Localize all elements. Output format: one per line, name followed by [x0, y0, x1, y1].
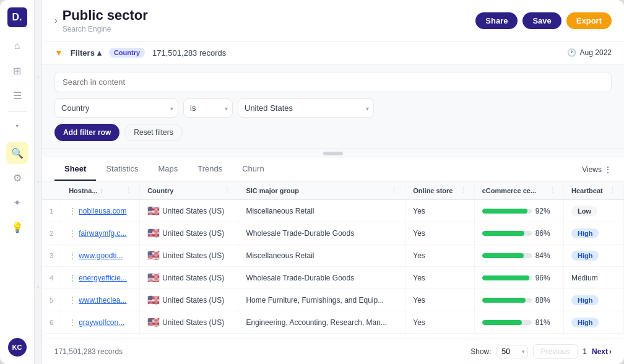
col-ecommerce: eCommerce ce... ⋮	[474, 181, 563, 200]
main-content: › Public sector Search Engine Share Save…	[42, 0, 624, 364]
avatar[interactable]: KC	[8, 338, 27, 357]
footer: 171,501,283 records Show: 50 10 25 100 P…	[42, 339, 624, 364]
cell-ecommerce: 96%	[474, 267, 563, 289]
prev-button[interactable]: Previous	[533, 344, 578, 359]
row-number: 2	[42, 222, 61, 245]
list-icon[interactable]: ☰	[6, 84, 28, 106]
home-icon[interactable]: ⌂	[6, 35, 28, 57]
cell-heartbeat: High	[563, 245, 623, 267]
tab-trends[interactable]: Trends	[188, 158, 232, 181]
menu-hostname-icon[interactable]: ⋮	[125, 186, 132, 194]
filter-value-select[interactable]: United States	[238, 98, 374, 118]
expand-arrow-1[interactable]: ›	[35, 70, 41, 85]
cell-hostname: ⋮ graywolfcon...	[61, 311, 140, 334]
chevron-down-icon[interactable]: ˅	[6, 117, 28, 139]
table-container: Hostna... ↕ ⋮ Country ⋮	[42, 181, 624, 339]
show-label: Show:	[470, 347, 491, 356]
hostname-link[interactable]: nobileusa.com	[79, 207, 126, 215]
header-actions: Share Save Export	[475, 12, 612, 29]
table-row: 6 ⋮ graywolfcon... 🇺🇸 United States (US)…	[42, 311, 624, 334]
cell-online-store: Yes	[405, 267, 474, 289]
row-menu-icon[interactable]: ⋮	[69, 229, 76, 238]
cell-sic: Miscellaneous Retail	[238, 200, 405, 222]
next-button[interactable]: Next ›	[592, 347, 612, 356]
ecommerce-progress-fill	[482, 253, 524, 258]
search-icon[interactable]: 🔍	[6, 142, 28, 164]
filter-field-select[interactable]: Country	[54, 98, 178, 118]
cell-hostname: ⋮ www.theclea...	[61, 289, 140, 311]
filter-date: 🕐 Aug 2022	[567, 48, 612, 57]
hostname-link[interactable]: graywolfcon...	[79, 318, 124, 327]
settings-icon[interactable]: ⚙	[6, 167, 28, 189]
save-button[interactable]: Save	[522, 12, 561, 29]
expand-arrow-2[interactable]: ›	[35, 175, 41, 189]
tab-sheet[interactable]: Sheet	[54, 158, 96, 181]
add-filter-button[interactable]: Add filter row	[54, 124, 119, 141]
search-input[interactable]	[54, 72, 612, 92]
heartbeat-badge: High	[571, 228, 599, 238]
row-menu-icon[interactable]: ⋮	[69, 296, 76, 305]
show-count-select[interactable]: 50 10 25 100	[496, 345, 528, 358]
export-button[interactable]: Export	[566, 12, 612, 29]
ecommerce-progress-bg	[482, 253, 532, 258]
hostname-link[interactable]: fairwaymfg.c...	[79, 229, 126, 238]
layers-icon[interactable]: ⊞	[6, 59, 28, 82]
filter-value-wrapper: United States	[238, 98, 374, 118]
row-menu-icon[interactable]: ⋮	[69, 207, 76, 215]
footer-right: Show: 50 10 25 100 Previous 1 Next ›	[470, 344, 612, 359]
filter-records-count: 171,501,283 records	[152, 48, 226, 58]
flag-icon: 🇺🇸	[147, 316, 160, 328]
filter-bar: ▼ Filters ▴ Country 171,501,283 records …	[42, 41, 624, 64]
ecommerce-progress-fill	[482, 209, 528, 214]
cell-ecommerce: 84%	[474, 245, 563, 267]
cell-country: 🇺🇸 United States (US)	[140, 245, 238, 267]
menu-heartbeat-icon[interactable]: ⋮	[609, 186, 616, 194]
heartbeat-text: Medium	[571, 274, 598, 282]
tabs-bar: Sheet Statistics Maps Trends Churn Views…	[42, 158, 624, 181]
star-icon[interactable]: ✦	[6, 191, 28, 214]
share-button[interactable]: Share	[475, 12, 518, 29]
menu-sic-icon[interactable]: ⋮	[391, 186, 397, 194]
heartbeat-badge: High	[571, 318, 599, 327]
flag-icon: 🇺🇸	[147, 227, 160, 239]
ecommerce-progress-fill	[482, 275, 530, 280]
collapse-handle[interactable]	[42, 149, 624, 158]
ecommerce-progress-fill	[482, 298, 526, 303]
row-menu-icon[interactable]: ⋮	[69, 274, 76, 282]
ecommerce-pct-label: 96%	[535, 274, 550, 282]
reset-filters-button[interactable]: Reset filters	[124, 124, 182, 141]
table-row: 1 ⋮ nobileusa.com 🇺🇸 United States (US) …	[42, 200, 624, 222]
hostname-link[interactable]: energyefficie...	[79, 274, 127, 282]
table-row: 3 ⋮ www.goodti... 🇺🇸 United States (US) …	[42, 245, 624, 267]
cell-country: 🇺🇸 United States (US)	[140, 311, 238, 334]
cell-online-store: Yes	[405, 289, 474, 311]
menu-country-icon[interactable]: ⋮	[223, 186, 230, 194]
filter-operator-select[interactable]: is	[183, 98, 233, 118]
hostname-link[interactable]: www.goodti...	[79, 251, 123, 260]
table-header-row: Hostna... ↕ ⋮ Country ⋮	[42, 181, 624, 200]
sort-hostname-icon[interactable]: ↕	[100, 188, 103, 194]
cell-sic: Engineering, Accounting, Research, Man..…	[238, 311, 405, 334]
views-button[interactable]: Views ⋮	[582, 165, 612, 174]
page-subtitle: Search Engine	[63, 25, 148, 33]
row-menu-icon[interactable]: ⋮	[69, 318, 76, 327]
col-sic: SIC major group ⋮	[238, 181, 405, 200]
bulb-icon[interactable]: 💡	[6, 216, 28, 238]
page-number: 1	[583, 347, 587, 356]
menu-online-icon[interactable]: ⋮	[460, 186, 467, 194]
country-value: United States (US)	[162, 318, 224, 327]
expand-arrow-3[interactable]: ›	[35, 279, 41, 294]
row-menu-icon[interactable]: ⋮	[69, 251, 76, 260]
menu-ecommerce-icon[interactable]: ⋮	[549, 186, 556, 194]
country-filter-badge[interactable]: Country	[109, 48, 145, 58]
country-value: United States (US)	[162, 229, 224, 238]
hostname-link[interactable]: www.theclea...	[79, 296, 126, 305]
row-number: 1	[42, 200, 61, 222]
tab-statistics[interactable]: Statistics	[96, 158, 148, 181]
col-num	[42, 181, 61, 200]
tab-churn[interactable]: Churn	[232, 158, 274, 181]
cell-heartbeat: High	[563, 222, 623, 245]
next-arrow-icon: ›	[609, 347, 612, 356]
tab-maps[interactable]: Maps	[148, 158, 188, 181]
clock-icon: 🕐	[567, 48, 576, 57]
